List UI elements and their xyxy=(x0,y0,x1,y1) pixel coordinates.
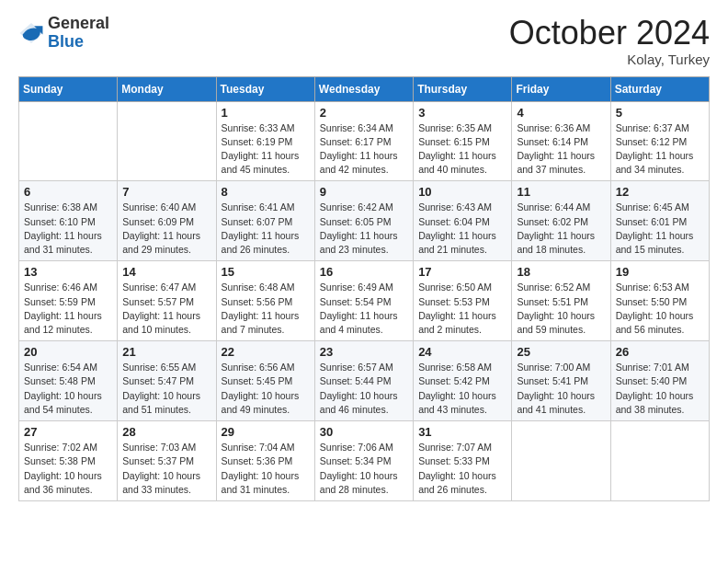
day-cell: 30Sunrise: 7:06 AM Sunset: 5:34 PM Dayli… xyxy=(314,421,413,501)
day-cell: 24Sunrise: 6:58 AM Sunset: 5:42 PM Dayli… xyxy=(414,341,512,421)
day-cell: 10Sunrise: 6:43 AM Sunset: 6:04 PM Dayli… xyxy=(414,181,512,261)
day-number: 20 xyxy=(24,345,112,359)
day-number: 25 xyxy=(517,345,605,359)
day-number: 11 xyxy=(517,185,605,199)
day-info: Sunrise: 6:49 AM Sunset: 5:54 PM Dayligh… xyxy=(320,281,408,337)
day-cell xyxy=(610,421,709,501)
day-info: Sunrise: 6:46 AM Sunset: 5:59 PM Dayligh… xyxy=(24,281,112,337)
day-number: 8 xyxy=(222,185,310,199)
day-cell xyxy=(19,101,118,181)
week-row-2: 13Sunrise: 6:46 AM Sunset: 5:59 PM Dayli… xyxy=(19,261,710,341)
day-info: Sunrise: 6:57 AM Sunset: 5:44 PM Dayligh… xyxy=(320,361,408,417)
week-row-3: 20Sunrise: 6:54 AM Sunset: 5:48 PM Dayli… xyxy=(19,341,710,421)
day-number: 27 xyxy=(24,425,112,439)
day-number: 5 xyxy=(616,106,704,120)
day-number: 26 xyxy=(616,345,704,359)
day-number: 4 xyxy=(517,106,605,120)
day-info: Sunrise: 7:01 AM Sunset: 5:40 PM Dayligh… xyxy=(616,361,704,417)
day-info: Sunrise: 6:58 AM Sunset: 5:42 PM Dayligh… xyxy=(418,361,506,417)
day-number: 14 xyxy=(122,265,210,279)
calendar-page: General Blue October 2024 Kolay, Turkey … xyxy=(0,0,728,563)
day-info: Sunrise: 7:02 AM Sunset: 5:38 PM Dayligh… xyxy=(24,441,112,497)
day-number: 7 xyxy=(122,185,210,199)
day-cell: 22Sunrise: 6:56 AM Sunset: 5:45 PM Dayli… xyxy=(216,341,314,421)
col-saturday: Saturday xyxy=(610,76,709,101)
day-cell: 21Sunrise: 6:55 AM Sunset: 5:47 PM Dayli… xyxy=(118,341,216,421)
day-cell: 4Sunrise: 6:36 AM Sunset: 6:14 PM Daylig… xyxy=(512,101,610,181)
col-sunday: Sunday xyxy=(19,76,118,101)
day-info: Sunrise: 6:54 AM Sunset: 5:48 PM Dayligh… xyxy=(24,361,112,417)
header: General Blue October 2024 Kolay, Turkey xyxy=(18,15,710,67)
day-info: Sunrise: 7:07 AM Sunset: 5:33 PM Dayligh… xyxy=(418,441,506,497)
day-number: 23 xyxy=(320,345,408,359)
title-block: October 2024 Kolay, Turkey xyxy=(509,15,710,67)
day-number: 28 xyxy=(122,425,210,439)
day-cell: 9Sunrise: 6:42 AM Sunset: 6:05 PM Daylig… xyxy=(314,181,413,261)
day-number: 19 xyxy=(616,265,704,279)
day-number: 15 xyxy=(222,265,310,279)
month-title: October 2024 xyxy=(509,15,710,52)
day-cell: 23Sunrise: 6:57 AM Sunset: 5:44 PM Dayli… xyxy=(314,341,413,421)
col-wednesday: Wednesday xyxy=(314,76,413,101)
day-cell: 28Sunrise: 7:03 AM Sunset: 5:37 PM Dayli… xyxy=(118,421,216,501)
week-row-4: 27Sunrise: 7:02 AM Sunset: 5:38 PM Dayli… xyxy=(19,421,710,501)
day-number: 30 xyxy=(320,425,408,439)
day-cell: 1Sunrise: 6:33 AM Sunset: 6:19 PM Daylig… xyxy=(216,101,314,181)
day-cell: 19Sunrise: 6:53 AM Sunset: 5:50 PM Dayli… xyxy=(610,261,709,341)
day-info: Sunrise: 6:56 AM Sunset: 5:45 PM Dayligh… xyxy=(222,361,310,417)
day-info: Sunrise: 6:36 AM Sunset: 6:14 PM Dayligh… xyxy=(517,121,605,178)
day-number: 21 xyxy=(122,345,210,359)
day-cell: 16Sunrise: 6:49 AM Sunset: 5:54 PM Dayli… xyxy=(314,261,413,341)
day-info: Sunrise: 6:53 AM Sunset: 5:50 PM Dayligh… xyxy=(616,281,704,337)
day-info: Sunrise: 7:00 AM Sunset: 5:41 PM Dayligh… xyxy=(517,361,605,417)
day-info: Sunrise: 7:04 AM Sunset: 5:36 PM Dayligh… xyxy=(222,441,310,497)
col-friday: Friday xyxy=(512,76,610,101)
day-info: Sunrise: 6:35 AM Sunset: 6:15 PM Dayligh… xyxy=(418,121,506,178)
day-number: 3 xyxy=(418,106,506,120)
day-cell: 3Sunrise: 6:35 AM Sunset: 6:15 PM Daylig… xyxy=(414,101,512,181)
day-number: 18 xyxy=(517,265,605,279)
day-number: 29 xyxy=(222,425,310,439)
day-info: Sunrise: 6:41 AM Sunset: 6:07 PM Dayligh… xyxy=(222,201,310,257)
day-cell: 2Sunrise: 6:34 AM Sunset: 6:17 PM Daylig… xyxy=(314,101,413,181)
day-cell: 6Sunrise: 6:38 AM Sunset: 6:10 PM Daylig… xyxy=(19,181,118,261)
day-info: Sunrise: 6:33 AM Sunset: 6:19 PM Dayligh… xyxy=(222,121,310,178)
location: Kolay, Turkey xyxy=(509,52,710,67)
col-thursday: Thursday xyxy=(414,76,512,101)
day-number: 24 xyxy=(418,345,506,359)
day-cell xyxy=(118,101,216,181)
day-number: 6 xyxy=(24,185,112,199)
day-info: Sunrise: 6:55 AM Sunset: 5:47 PM Dayligh… xyxy=(122,361,210,417)
day-info: Sunrise: 6:34 AM Sunset: 6:17 PM Dayligh… xyxy=(320,121,408,178)
logo: General Blue xyxy=(18,15,109,52)
logo-blue: Blue xyxy=(48,33,109,52)
day-number: 16 xyxy=(320,265,408,279)
day-info: Sunrise: 6:45 AM Sunset: 6:01 PM Dayligh… xyxy=(616,201,704,257)
day-cell: 27Sunrise: 7:02 AM Sunset: 5:38 PM Dayli… xyxy=(19,421,118,501)
day-info: Sunrise: 6:42 AM Sunset: 6:05 PM Dayligh… xyxy=(320,201,408,257)
week-row-0: 1Sunrise: 6:33 AM Sunset: 6:19 PM Daylig… xyxy=(19,101,710,181)
day-cell: 15Sunrise: 6:48 AM Sunset: 5:56 PM Dayli… xyxy=(216,261,314,341)
day-info: Sunrise: 7:03 AM Sunset: 5:37 PM Dayligh… xyxy=(122,441,210,497)
day-cell: 25Sunrise: 7:00 AM Sunset: 5:41 PM Dayli… xyxy=(512,341,610,421)
day-info: Sunrise: 7:06 AM Sunset: 5:34 PM Dayligh… xyxy=(320,441,408,497)
day-cell: 7Sunrise: 6:40 AM Sunset: 6:09 PM Daylig… xyxy=(118,181,216,261)
day-info: Sunrise: 6:48 AM Sunset: 5:56 PM Dayligh… xyxy=(222,281,310,337)
day-cell: 20Sunrise: 6:54 AM Sunset: 5:48 PM Dayli… xyxy=(19,341,118,421)
logo-text: General Blue xyxy=(48,15,109,52)
calendar-body: 1Sunrise: 6:33 AM Sunset: 6:19 PM Daylig… xyxy=(19,101,710,500)
day-cell: 5Sunrise: 6:37 AM Sunset: 6:12 PM Daylig… xyxy=(610,101,709,181)
day-number: 12 xyxy=(616,185,704,199)
col-tuesday: Tuesday xyxy=(216,76,314,101)
day-info: Sunrise: 6:38 AM Sunset: 6:10 PM Dayligh… xyxy=(24,201,112,257)
day-number: 9 xyxy=(320,185,408,199)
day-number: 2 xyxy=(320,106,408,120)
calendar-header: Sunday Monday Tuesday Wednesday Thursday… xyxy=(19,76,710,101)
header-row: Sunday Monday Tuesday Wednesday Thursday… xyxy=(19,76,710,101)
day-cell: 18Sunrise: 6:52 AM Sunset: 5:51 PM Dayli… xyxy=(512,261,610,341)
day-number: 1 xyxy=(222,106,310,120)
calendar-table: Sunday Monday Tuesday Wednesday Thursday… xyxy=(18,76,710,501)
day-number: 10 xyxy=(418,185,506,199)
day-cell: 14Sunrise: 6:47 AM Sunset: 5:57 PM Dayli… xyxy=(118,261,216,341)
day-number: 22 xyxy=(222,345,310,359)
